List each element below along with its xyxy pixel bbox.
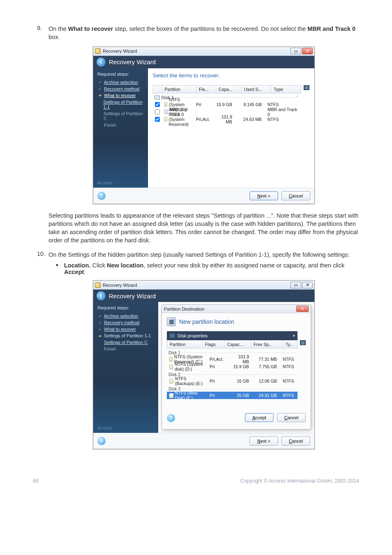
wizard-header: Recovery Wizard (93, 56, 314, 68)
volume-icon (169, 357, 173, 362)
partition-row: NTFS (System Reserved) Pri,Act. 101.9 MB… (153, 116, 301, 123)
arrow-left-icon (99, 294, 104, 298)
step-archive-selection[interactable]: Archive selection (104, 313, 138, 318)
col-used[interactable]: Used S... (242, 86, 271, 93)
wizard1-screenshot: Recovery Wizard ▭ ✕ Recovery Wizard Req (48, 46, 359, 204)
accept-button[interactable]: Accept (245, 413, 274, 422)
close-window-button[interactable]: ✕ (302, 282, 313, 288)
col-flags[interactable]: Fla... (196, 86, 216, 93)
step-partition-1-1: Settings of Partition 1-1 (104, 333, 151, 338)
chevron-down-icon: ▾ (293, 334, 295, 338)
window-titlebar: Recovery Wizard ▭ ✕ (93, 281, 314, 290)
help-button[interactable]: ? (167, 414, 175, 422)
check-icon: ✓ (97, 86, 102, 91)
step-archive-selection[interactable]: Archive selection (104, 80, 138, 85)
arrow-left-icon (99, 60, 104, 64)
column-picker-icon[interactable] (300, 340, 306, 345)
close-window-button[interactable]: ✕ (302, 48, 313, 54)
next-button[interactable]: Next > (249, 437, 278, 446)
col-type[interactable]: Type (271, 86, 301, 93)
dialog-title: Partition Destination (164, 307, 204, 311)
cancel-button[interactable]: Cancel (281, 191, 310, 200)
volume-icon (169, 365, 173, 369)
wizard-title: Recovery Wizard (109, 293, 156, 300)
steps-header: Required steps: (97, 305, 154, 310)
maximize-button[interactable]: ▭ (291, 282, 301, 288)
step9-paragraph-2: Selecting partitions leads to appearance… (48, 211, 359, 245)
arrow-right-icon: ➔ (97, 93, 102, 98)
copyright: Copyright © Acronis International GmbH, … (240, 478, 359, 484)
help-icon: ? (169, 415, 172, 421)
step-partition-c[interactable]: Settings of Partition C (104, 340, 148, 345)
partition-destination-dialog: Partition Destination ✕ New partition lo… (161, 304, 311, 430)
bullet-location: Location. Click New location, select you… (58, 262, 359, 275)
volume-icon (164, 117, 167, 121)
arrow-right-icon: ➔ (97, 334, 102, 338)
column-picker-icon[interactable] (304, 85, 309, 90)
step-finish: Finish (104, 123, 116, 128)
destination-row-selected[interactable]: NTFS (New Disk) (F:) Pri 25 GB 24.91 GB … (167, 392, 297, 399)
next-button[interactable]: Next > (249, 191, 278, 200)
app-icon (95, 282, 101, 288)
col-capacity[interactable]: Capac... (225, 340, 251, 348)
step-partition-1-1[interactable]: Settings of Partition 1-1 (103, 100, 143, 109)
col-type[interactable]: Ty... (283, 340, 297, 348)
maximize-button[interactable]: ▭ (291, 48, 301, 54)
check-icon: ✓ (97, 314, 102, 318)
help-icon: ? (100, 193, 103, 199)
step-finish: Finish (104, 346, 116, 351)
partition-checkbox[interactable] (155, 117, 160, 122)
wizard-header: Recovery Wizard (93, 290, 314, 302)
help-button[interactable]: ? (97, 437, 106, 445)
step-recovery-method[interactable]: Recovery method (104, 86, 139, 91)
back-button[interactable] (97, 291, 106, 300)
app-icon (95, 48, 101, 54)
steps-sidebar: Required steps: ✓Archive selection ✓Reco… (93, 302, 158, 433)
step-what-to-recover[interactable]: What to recover (104, 93, 136, 98)
page-number: 66 (33, 478, 39, 484)
col-flags[interactable]: Flags (203, 340, 225, 348)
panel-title: Select the items to recover. (153, 72, 309, 79)
check-icon: ✓ (97, 320, 102, 325)
help-icon: ? (100, 438, 103, 444)
volume-icon (164, 102, 167, 107)
steps-header: Required steps: (97, 72, 143, 77)
step-what-to-recover[interactable]: What to recover (104, 327, 136, 332)
steps-sidebar: Required steps: ✓Archive selection ✓Reco… (93, 68, 148, 188)
check-icon: ✓ (97, 80, 102, 84)
partition-table-header: Partition Fla... Capa... Used S... Type (153, 85, 301, 93)
page-footer: 66 Copyright © Acronis International Gmb… (33, 478, 359, 484)
list-number-10: 10. (37, 251, 45, 257)
disk-properties-bar[interactable]: Disk properties ▾ (167, 331, 297, 340)
partition-checkbox[interactable] (155, 109, 160, 114)
maximize-icon: ▭ (294, 49, 298, 54)
destination-row[interactable]: NTFS (System disk) (D:) Pri 15.9 GB 7.75… (167, 363, 297, 370)
chevron-up-icon[interactable]: ˄ (296, 95, 300, 100)
col-partition[interactable]: Partition (167, 340, 203, 348)
help-button[interactable]: ? (97, 192, 106, 200)
window-title: Recovery Wizard (103, 49, 137, 53)
col-free[interactable]: Free Sp... (251, 340, 283, 348)
cancel-button[interactable]: Cancel (281, 437, 310, 446)
brand-logo: Acronis (97, 181, 113, 185)
disk-icon (154, 95, 160, 100)
col-capacity[interactable]: Capa... (216, 86, 242, 93)
window-title: Recovery Wizard (103, 283, 137, 288)
check-icon: ✓ (97, 327, 102, 332)
disk-properties-icon (169, 333, 175, 338)
back-button[interactable] (97, 58, 106, 67)
new-partition-location-label: New partition location (179, 318, 234, 325)
col-partition[interactable]: Partition (162, 86, 196, 93)
dialog-close-button[interactable]: ✕ (296, 306, 309, 312)
step-partition-c: Settings of Partition C (104, 111, 143, 121)
volume-icon (169, 379, 173, 383)
cancel-button[interactable]: Cancel (277, 413, 306, 422)
maximize-icon: ▭ (294, 282, 298, 288)
wizard-title: Recovery Wizard (109, 58, 156, 65)
step9-paragraph-1: On the What to recover step, select the … (48, 25, 359, 42)
partition-checkbox[interactable] (155, 102, 160, 107)
close-icon: ✕ (306, 282, 309, 288)
destination-table-header: Partition Flags Capac... Free Sp... Ty..… (167, 340, 297, 348)
destination-row[interactable]: NTFS (Backups) (E:) Pri 16 GB 12.06 GB N… (167, 377, 297, 385)
step-recovery-method[interactable]: Recovery method (104, 320, 139, 325)
